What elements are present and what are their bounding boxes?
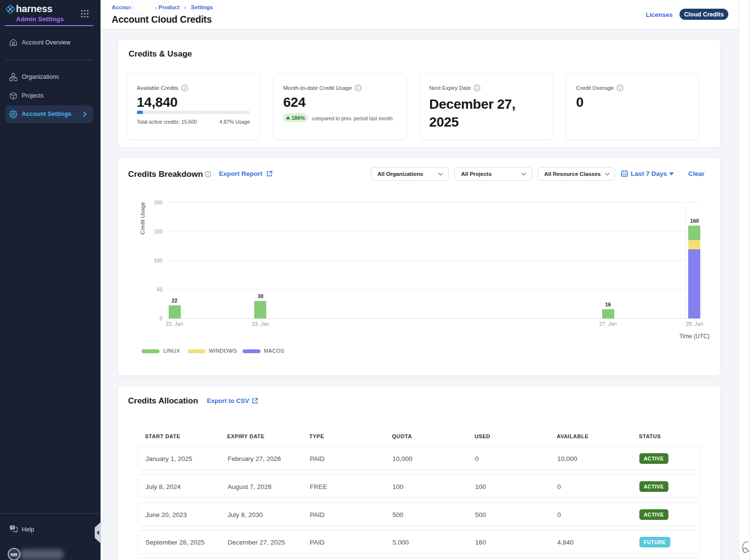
- svg-text:?: ?: [11, 526, 13, 529]
